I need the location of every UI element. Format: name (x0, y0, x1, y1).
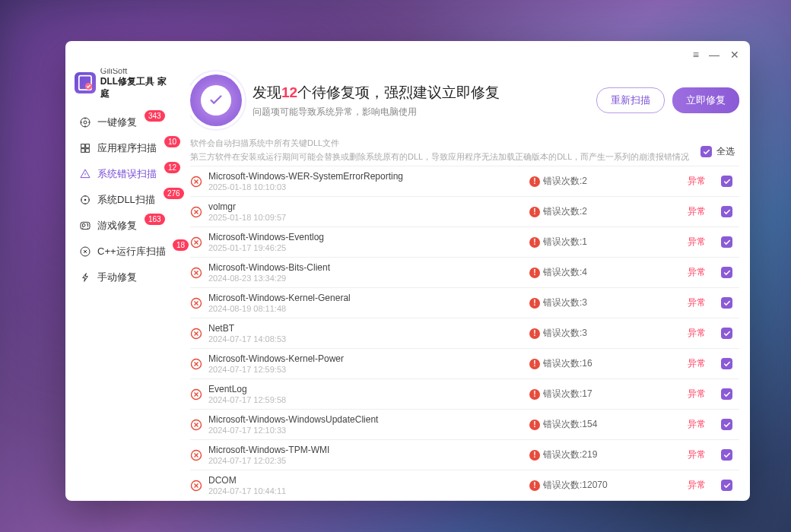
table-row[interactable]: DCOM 2024-07-17 10:44:11 ! 错误次数:12070 异常 (190, 470, 739, 500)
row-status: 异常 (688, 266, 715, 279)
nav-badge: 10 (164, 136, 180, 147)
table-row[interactable]: NetBT 2024-07-17 14:08:53 ! 错误次数:3 异常 (190, 318, 739, 348)
error-x-icon (190, 419, 202, 431)
table-row[interactable]: volmgr 2025-01-18 10:09:57 ! 错误次数:2 异常 (190, 196, 739, 226)
alert-icon: ! (529, 328, 540, 339)
row-name: Microsoft-Windows-TPM-WMI (208, 445, 523, 455)
nav-badge: 12 (164, 162, 180, 173)
app-logo: GiliSoft DLL修复工具 家庭 (75, 68, 186, 100)
row-name: Microsoft-Windows-Kernel-Power (208, 353, 523, 364)
row-timestamp: 2025-01-17 19:46:25 (208, 243, 523, 252)
table-row[interactable]: Service Control Manager 2024-07-17 10:42… (190, 500, 739, 501)
nav-label: 手动修复 (97, 271, 137, 284)
nav-icon (79, 142, 91, 154)
row-name: EventLog (208, 384, 523, 394)
table-row[interactable]: Microsoft-Windows-Kernel-General 2024-08… (190, 287, 739, 318)
svg-rect-7 (86, 149, 90, 153)
sidebar: GiliSoft DLL修复工具 家庭 一键修复343应用程序扫描10系统错误扫… (65, 68, 190, 501)
nav-label: 系统错误扫描 (97, 167, 157, 181)
row-checkbox[interactable] (721, 236, 732, 248)
row-name: Microsoft-Windows-Eventlog (208, 232, 523, 242)
svg-rect-4 (81, 144, 85, 148)
nav-label: C++运行库扫描 (97, 245, 166, 258)
status-circle-icon (190, 74, 242, 126)
alert-icon: ! (529, 207, 540, 217)
table-row[interactable]: Microsoft-Windows-Bits-Client 2024-08-23… (190, 257, 739, 287)
table-row[interactable]: Microsoft-Windows-WER-SystemErrorReporti… (190, 166, 739, 196)
row-status: 异常 (688, 448, 715, 461)
error-x-icon (190, 206, 202, 218)
row-timestamp: 2024-08-23 13:34:29 (208, 274, 523, 283)
nav-icon (79, 271, 91, 283)
nav-label: 系统DLL扫描 (97, 193, 155, 207)
nav-badge: 163 (145, 214, 165, 225)
table-row[interactable]: EventLog 2024-07-17 12:59:58 ! 错误次数:17 异… (190, 378, 739, 409)
row-error-count: ! 错误次数:154 (529, 418, 681, 431)
row-status: 异常 (688, 479, 715, 492)
sidebar-item-6[interactable]: 手动修复 (75, 265, 186, 290)
row-checkbox[interactable] (721, 449, 732, 461)
error-list[interactable]: Microsoft-Windows-WER-SystemErrorReporti… (190, 166, 739, 501)
row-checkbox[interactable] (721, 480, 732, 491)
row-timestamp: 2025-01-18 10:10:03 (208, 182, 523, 192)
row-checkbox[interactable] (721, 419, 732, 430)
error-x-icon (190, 358, 202, 370)
row-error-count: ! 错误次数:3 (529, 327, 681, 340)
alert-icon: ! (529, 480, 540, 491)
row-checkbox[interactable] (721, 297, 732, 309)
rescan-button[interactable]: 重新扫描 (596, 87, 665, 113)
svg-point-10 (82, 228, 83, 229)
row-error-count: ! 错误次数:219 (529, 448, 681, 461)
error-x-icon (190, 388, 202, 401)
logo-icon (75, 72, 96, 93)
error-x-icon (190, 449, 202, 461)
row-status: 异常 (688, 357, 715, 370)
error-x-icon (190, 328, 202, 340)
sidebar-item-3[interactable]: 系统DLL扫描276 (75, 188, 186, 212)
alert-icon: ! (529, 420, 540, 430)
row-name: Microsoft-Windows-Bits-Client (208, 262, 523, 273)
fix-now-button[interactable]: 立即修复 (672, 87, 739, 113)
row-timestamp: 2024-07-17 12:59:58 (208, 395, 523, 404)
hero-subtitle: 问题项可能导致系统异常，影响电脑使用 (253, 106, 586, 119)
svg-point-9 (84, 199, 87, 201)
error-x-icon (190, 236, 202, 249)
row-checkbox[interactable] (721, 388, 732, 400)
titlebar: ≡ — ✕ (65, 41, 750, 68)
sidebar-item-4[interactable]: 游戏修复163 (75, 214, 186, 238)
minimize-button[interactable]: — (709, 49, 720, 60)
row-checkbox[interactable] (721, 267, 732, 278)
row-name: volmgr (208, 201, 523, 212)
list-header: 全选 (190, 145, 739, 161)
nav-label: 游戏修复 (97, 219, 137, 233)
close-button[interactable]: ✕ (730, 49, 739, 60)
table-row[interactable]: Microsoft-Windows-Eventlog 2025-01-17 19… (190, 226, 739, 257)
row-name: DCOM (208, 475, 523, 486)
menu-icon[interactable]: ≡ (693, 49, 698, 60)
table-row[interactable]: Microsoft-Windows-WindowsUpdateClient 20… (190, 409, 739, 439)
sidebar-item-1[interactable]: 应用程序扫描10 (75, 136, 186, 160)
nav-icon (79, 245, 91, 258)
row-timestamp: 2024-07-17 10:44:11 (208, 486, 523, 496)
row-timestamp: 2024-07-17 12:10:33 (208, 426, 523, 435)
select-all-checkbox[interactable] (700, 146, 712, 157)
table-row[interactable]: Microsoft-Windows-TPM-WMI 2024-07-17 12:… (190, 439, 739, 470)
alert-icon: ! (529, 237, 540, 248)
sidebar-item-2[interactable]: 系统错误扫描12 (75, 162, 186, 186)
svg-point-11 (87, 228, 88, 229)
row-checkbox[interactable] (721, 358, 732, 369)
table-row[interactable]: Microsoft-Windows-Kernel-Power 2024-07-1… (190, 348, 739, 378)
alert-icon: ! (529, 176, 540, 187)
row-timestamp: 2024-07-17 12:59:53 (208, 365, 523, 374)
row-checkbox[interactable] (721, 176, 732, 187)
alert-icon: ! (529, 298, 540, 309)
sidebar-item-0[interactable]: 一键修复343 (75, 110, 186, 135)
sidebar-item-5[interactable]: C++运行库扫描18 (75, 239, 186, 264)
nav-badge: 18 (173, 239, 189, 251)
row-status: 异常 (688, 175, 715, 188)
alert-icon: ! (529, 359, 540, 369)
row-error-count: ! 错误次数:2 (529, 175, 681, 188)
row-checkbox[interactable] (721, 206, 732, 217)
hero-title: 发现12个待修复项，强烈建议立即修复 (253, 83, 586, 103)
row-checkbox[interactable] (721, 328, 732, 339)
